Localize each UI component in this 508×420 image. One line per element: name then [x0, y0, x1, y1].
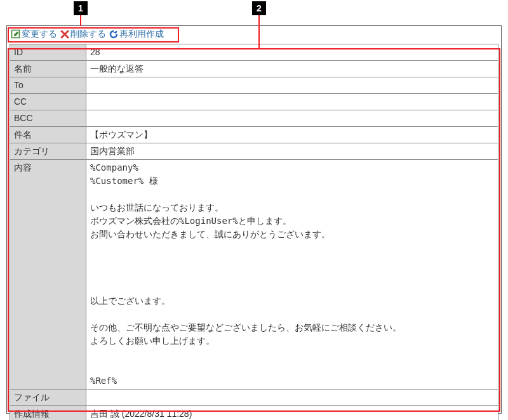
label-created: 作成情報 — [10, 406, 86, 421]
row-name: 名前 一般的な返答 — [10, 61, 498, 77]
callout-badge-2: 2 — [252, 1, 266, 15]
callout-line-1 — [80, 15, 81, 26]
row-cc: CC — [10, 94, 498, 110]
label-bcc: BCC — [10, 110, 86, 127]
canvas: 1 2 変更する — [0, 0, 508, 420]
label-id: ID — [10, 44, 86, 61]
row-category: カテゴリ 国内営業部 — [10, 143, 498, 160]
value-cc — [86, 94, 498, 110]
label-name: 名前 — [10, 61, 86, 77]
row-created: 作成情報 吉田 誠 (2022/8/31 11:28) — [10, 406, 498, 421]
value-name: 一般的な返答 — [86, 61, 498, 77]
row-to: To — [10, 77, 498, 94]
delete-label: 削除する — [70, 29, 106, 40]
row-bcc: BCC — [10, 110, 498, 127]
value-category: 国内営業部 — [86, 143, 498, 160]
edit-button[interactable]: 変更する — [10, 29, 58, 40]
row-id: ID 28 — [10, 44, 498, 61]
delete-button[interactable]: 削除する — [58, 29, 107, 40]
callout-badge-1: 1 — [74, 1, 88, 15]
reuse-label: 再利用作成 — [119, 29, 164, 40]
value-content: %Company% %Customer% 様 いつもお世話になっております。 ボ… — [86, 160, 498, 390]
toolbar: 変更する 削除する 再利用作成 — [7, 26, 501, 43]
delete-icon — [60, 29, 70, 39]
row-subject: 件名 【ボウズマン】 — [10, 127, 498, 143]
edit-label: 変更する — [22, 29, 57, 40]
row-file: ファイル — [10, 390, 498, 406]
value-created: 吉田 誠 (2022/8/31 11:28) — [86, 406, 498, 421]
reuse-icon — [109, 29, 119, 39]
callout-line-2 — [258, 15, 260, 48]
label-file: ファイル — [10, 390, 86, 406]
label-category: カテゴリ — [10, 143, 86, 160]
edit-icon — [11, 29, 21, 39]
label-content: 内容 — [10, 160, 86, 390]
detail-table: ID 28 名前 一般的な返答 To CC BCC 件名 【ボウズマン】 — [10, 44, 498, 420]
reuse-button[interactable]: 再利用作成 — [107, 29, 165, 40]
value-subject: 【ボウズマン】 — [86, 127, 498, 143]
value-id: 28 — [86, 44, 498, 61]
value-bcc — [86, 110, 498, 127]
label-cc: CC — [10, 94, 86, 110]
label-to: To — [10, 77, 86, 94]
label-subject: 件名 — [10, 127, 86, 143]
detail-panel: 変更する 削除する 再利用作成 — [6, 25, 502, 414]
value-to — [86, 77, 498, 94]
value-file — [86, 390, 498, 406]
row-content: 内容 %Company% %Customer% 様 いつもお世話になっております… — [10, 160, 498, 390]
